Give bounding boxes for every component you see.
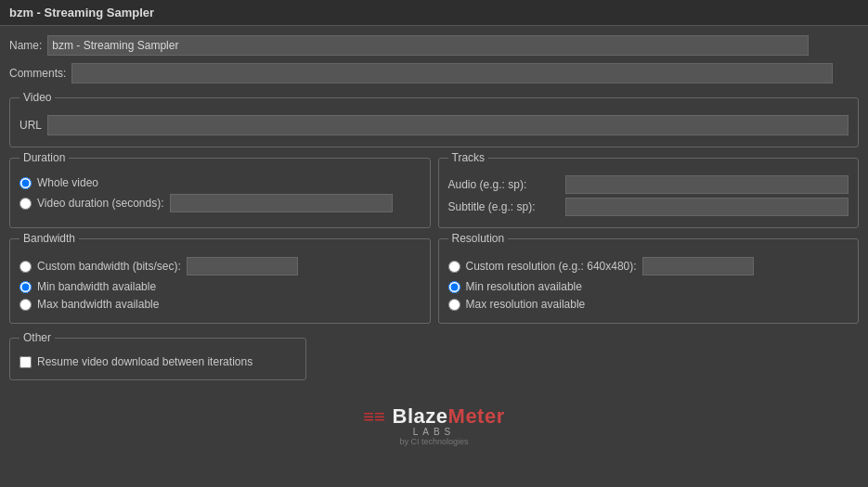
whole-video-row: Whole video	[19, 176, 421, 189]
video-fieldset: Video URL	[9, 91, 859, 147]
max-bw-label: Max bandwidth available	[37, 298, 159, 311]
blazemeter-logo: ≡≡ BlazeMeter	[6, 404, 862, 429]
comments-row: Comments:	[9, 59, 859, 87]
url-label: URL	[19, 119, 42, 132]
min-bw-row: Min bandwidth available	[19, 280, 421, 293]
tracks-fieldset: Tracks Audio (e.g.: sp): Subtitle (e.g.:…	[438, 151, 860, 228]
url-row: URL	[19, 111, 849, 139]
audio-label: Audio (e.g.: sp):	[448, 178, 560, 191]
name-row: Name:	[9, 32, 859, 59]
max-res-label: Max resolution available	[466, 298, 586, 311]
logo-arrows: ≡≡	[363, 406, 384, 428]
video-legend: Video	[19, 91, 55, 104]
whole-video-radio[interactable]	[19, 177, 32, 189]
bandwidth-legend: Bandwidth	[19, 232, 79, 245]
comments-label: Comments:	[9, 67, 66, 80]
duration-tracks-row: Duration Whole video Video duration (sec…	[9, 151, 859, 228]
max-res-radio[interactable]	[448, 299, 460, 311]
comments-input[interactable]	[71, 63, 833, 83]
logo-text: BlazeMeter	[393, 404, 505, 429]
name-input[interactable]	[47, 35, 809, 56]
video-duration-label: Video duration (seconds):	[37, 197, 164, 210]
custom-bw-row: Custom bandwidth (bits/sec):	[19, 257, 421, 276]
video-duration-radio[interactable]	[19, 198, 32, 210]
resolution-legend: Resolution	[448, 232, 509, 245]
custom-bw-input[interactable]	[187, 257, 298, 276]
duration-fieldset: Duration Whole video Video duration (sec…	[9, 151, 431, 228]
custom-bw-label: Custom bandwidth (bits/sec):	[37, 260, 181, 273]
form-body: Name: Comments: Video URL Duration Whole…	[0, 26, 868, 390]
video-duration-row: Video duration (seconds):	[19, 194, 421, 212]
subtitle-row: Subtitle (e.g.: sp):	[448, 198, 849, 216]
name-label: Name:	[9, 39, 42, 52]
min-res-label: Min resolution available	[466, 280, 582, 293]
min-bw-label: Min bandwidth available	[37, 280, 156, 293]
video-duration-input[interactable]	[170, 194, 393, 212]
min-bw-radio[interactable]	[19, 281, 32, 293]
tracks-legend: Tracks	[448, 151, 489, 164]
title-text: bzm - Streaming Sampler	[0, 0, 868, 26]
duration-legend: Duration	[19, 151, 69, 164]
subtitle-label: Subtitle (e.g.: sp):	[448, 200, 560, 213]
custom-bw-radio[interactable]	[19, 261, 32, 273]
other-fieldset: Other Resume video download between iter…	[9, 331, 306, 380]
bw-res-row: Bandwidth Custom bandwidth (bits/sec): M…	[9, 232, 859, 324]
logo-labs: LABS	[6, 427, 862, 437]
resume-row: Resume video download between iterations	[19, 355, 296, 368]
custom-res-input[interactable]	[642, 257, 754, 276]
custom-res-radio[interactable]	[448, 261, 460, 273]
max-bw-radio[interactable]	[19, 299, 32, 311]
min-res-radio[interactable]	[448, 281, 460, 293]
resume-label: Resume video download between iterations	[37, 355, 253, 368]
whole-video-label: Whole video	[37, 176, 98, 189]
resume-checkbox[interactable]	[19, 356, 32, 368]
logo-by: by CI technologies	[6, 437, 862, 446]
max-res-row: Max resolution available	[448, 298, 849, 311]
audio-input[interactable]	[565, 175, 849, 194]
other-legend: Other	[19, 331, 55, 344]
url-input[interactable]	[47, 115, 849, 135]
logo-blaze: Blaze	[393, 404, 448, 428]
custom-res-row: Custom resolution (e.g.: 640x480):	[448, 257, 849, 276]
custom-res-label: Custom resolution (e.g.: 640x480):	[466, 260, 637, 273]
audio-row: Audio (e.g.: sp):	[448, 175, 849, 194]
bandwidth-fieldset: Bandwidth Custom bandwidth (bits/sec): M…	[9, 232, 431, 324]
title-bar: bzm - Streaming Sampler	[0, 0, 868, 26]
min-res-row: Min resolution available	[448, 280, 849, 293]
resolution-fieldset: Resolution Custom resolution (e.g.: 640x…	[438, 232, 860, 324]
logo-meter: Meter	[448, 404, 505, 428]
footer: ≡≡ BlazeMeter LABS by CI technologies	[0, 399, 868, 452]
max-bw-row: Max bandwidth available	[19, 298, 421, 311]
subtitle-input[interactable]	[565, 198, 849, 216]
